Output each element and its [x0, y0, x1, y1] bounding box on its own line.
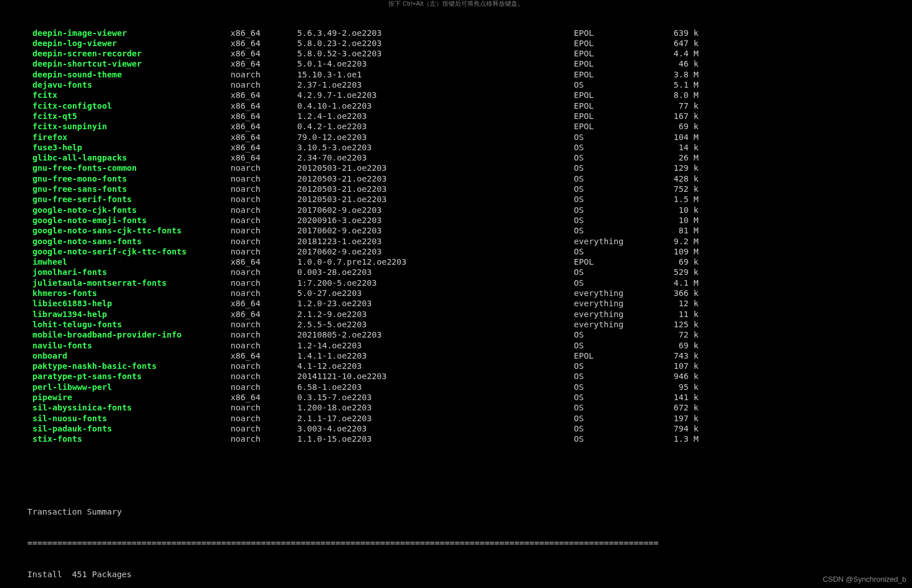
- package-version: 4.1-12.oe2203: [297, 361, 574, 371]
- package-row: gnu-free-mono-fontsnoarch20120503-21.oe2…: [27, 174, 885, 184]
- package-name: stix-fonts: [27, 434, 231, 444]
- package-row: stix-fontsnoarch1.1.0-15.oe2203OS1.3 M: [27, 434, 885, 444]
- package-row: google-noto-cjk-fontsnoarch20170602-9.oe…: [27, 205, 885, 215]
- package-name: google-noto-sans-fonts: [27, 236, 231, 246]
- package-repo: EPOL: [574, 38, 647, 48]
- package-size: 1.3 M: [647, 434, 699, 444]
- package-arch: x86_64: [231, 111, 297, 121]
- package-row: khmeros-fontsnoarch5.0-27.oe2203everythi…: [27, 288, 885, 298]
- package-arch: noarch: [231, 371, 297, 381]
- package-row: deepin-log-viewerx86_645.8.0.23-2.oe2203…: [27, 38, 885, 48]
- package-version: 20141121-10.oe2203: [297, 371, 574, 381]
- package-version: 79.0-12.oe2203: [297, 132, 574, 142]
- package-arch: x86_64: [231, 309, 297, 319]
- package-version: 2.34-70.oe2203: [297, 153, 574, 163]
- package-size: 125 k: [647, 319, 699, 330]
- package-row: google-noto-sans-cjk-ttc-fontsnoarch2017…: [27, 225, 885, 236]
- package-version: 20120503-21.oe2203: [297, 184, 574, 194]
- package-name: fcitx-qt5: [27, 111, 231, 121]
- package-version: 1.4.1-1.oe2203: [297, 351, 574, 361]
- package-name: deepin-image-viewer: [27, 28, 231, 38]
- package-row: lohit-telugu-fontsnoarch2.5.5-5.oe2203ev…: [27, 319, 885, 330]
- package-arch: x86_64: [231, 28, 297, 38]
- package-repo: OS: [574, 194, 647, 204]
- package-repo: OS: [574, 382, 647, 392]
- package-row: julietaula-montserrat-fontsnoarch1:7.200…: [27, 278, 885, 288]
- summary-divider: ========================================…: [27, 538, 885, 548]
- package-row: mobile-broadband-provider-infonoarch2021…: [27, 330, 885, 340]
- package-repo: EPOL: [574, 48, 647, 59]
- package-size: 26 M: [647, 153, 699, 163]
- package-arch: noarch: [231, 288, 297, 298]
- package-row: deepin-shortcut-viewerx86_645.0.1-4.oe22…: [27, 59, 885, 69]
- package-size: 69 k: [647, 340, 699, 351]
- package-version: 1.2.4-1.oe2203: [297, 111, 574, 121]
- package-arch: noarch: [231, 236, 297, 246]
- package-list: deepin-image-viewerx86_645.6.3.49-2.oe22…: [27, 28, 885, 445]
- package-repo: OS: [574, 267, 647, 277]
- package-size: 639 k: [647, 28, 699, 38]
- blank-line: [27, 475, 885, 486]
- package-version: 1.1.0-15.oe2203: [297, 434, 574, 444]
- package-size: 946 k: [647, 371, 699, 381]
- package-arch: noarch: [231, 330, 297, 340]
- package-name: dejavu-fonts: [27, 80, 231, 90]
- package-name: gnu-free-sans-fonts: [27, 184, 231, 194]
- package-version: 0.003-28.oe2203: [297, 267, 574, 277]
- package-name: imwheel: [27, 257, 231, 267]
- package-size: 11 k: [647, 309, 699, 319]
- package-name: fuse3-help: [27, 142, 231, 153]
- install-count: Install 451 Packages: [27, 569, 885, 579]
- package-size: 129 k: [647, 163, 699, 173]
- package-name: google-noto-emoji-fonts: [27, 215, 231, 225]
- package-row: paratype-pt-sans-fontsnoarch20141121-10.…: [27, 371, 885, 381]
- package-name: deepin-sound-theme: [27, 69, 231, 80]
- package-name: sil-padauk-fonts: [27, 423, 231, 434]
- package-arch: noarch: [231, 434, 297, 444]
- package-arch: noarch: [231, 205, 297, 215]
- package-row: deepin-image-viewerx86_645.6.3.49-2.oe22…: [27, 28, 885, 38]
- package-row: perl-libwww-perlnoarch6.58-1.oe2203OS95 …: [27, 382, 885, 392]
- package-row: google-noto-serif-cjk-ttc-fontsnoarch201…: [27, 246, 885, 257]
- package-row: sil-nuosu-fontsnoarch2.1.1-17.oe2203OS19…: [27, 413, 885, 423]
- package-size: 10 M: [647, 215, 699, 225]
- package-version: 3.10.5-3.oe2203: [297, 142, 574, 153]
- package-repo: OS: [574, 371, 647, 381]
- package-name: fcitx: [27, 90, 231, 100]
- package-name: libiec61883-help: [27, 298, 231, 309]
- package-repo: OS: [574, 340, 647, 351]
- package-row: google-noto-emoji-fontsnoarch20200916-3.…: [27, 215, 885, 225]
- package-arch: x86_64: [231, 142, 297, 153]
- package-arch: noarch: [231, 246, 297, 257]
- package-repo: OS: [574, 153, 647, 163]
- package-repo: everything: [574, 298, 647, 309]
- package-version: 5.0-27.oe2203: [297, 288, 574, 298]
- package-size: 4.1 M: [647, 278, 699, 288]
- package-arch: noarch: [231, 225, 297, 236]
- package-version: 1.200-18.oe2203: [297, 402, 574, 413]
- package-repo: OS: [574, 142, 647, 153]
- package-name: perl-libwww-perl: [27, 382, 231, 392]
- package-repo: OS: [574, 361, 647, 371]
- package-arch: noarch: [231, 340, 297, 351]
- package-row: fcitx-qt5x86_641.2.4-1.oe2203EPOL167 k: [27, 111, 885, 121]
- package-name: fcitx-sunpinyin: [27, 121, 231, 131]
- package-size: 197 k: [647, 413, 699, 423]
- package-arch: x86_64: [231, 48, 297, 59]
- package-repo: OS: [574, 392, 647, 402]
- package-row: glibc-all-langpacksx86_642.34-70.oe2203O…: [27, 153, 885, 163]
- package-size: 8.0 M: [647, 90, 699, 100]
- package-name: navilu-fonts: [27, 340, 231, 351]
- package-size: 69 k: [647, 121, 699, 131]
- package-name: sil-abyssinica-fonts: [27, 402, 231, 413]
- package-row: libiec61883-helpx86_641.2.0-23.oe2203eve…: [27, 298, 885, 309]
- package-repo: OS: [574, 163, 647, 173]
- package-arch: noarch: [231, 184, 297, 194]
- watermark: CSDN @Synchronized_b: [823, 574, 906, 585]
- package-version: 20170602-9.oe2203: [297, 246, 574, 257]
- package-name: onboard: [27, 351, 231, 361]
- package-arch: noarch: [231, 174, 297, 184]
- package-repo: EPOL: [574, 351, 647, 361]
- package-arch: x86_64: [231, 59, 297, 69]
- package-arch: x86_64: [231, 121, 297, 131]
